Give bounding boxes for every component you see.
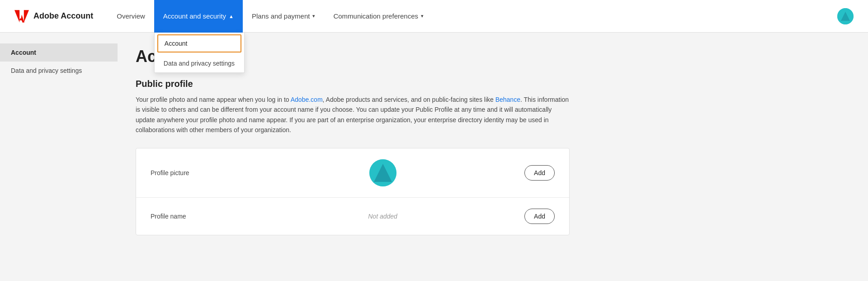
nav-communication-chevron: ▾ [421, 13, 424, 19]
behance-link[interactable]: Behance [495, 96, 520, 103]
section-desc-part1: Your profile photo and name appear when … [136, 96, 291, 103]
profile-picture-row: Profile picture Add [136, 148, 569, 198]
profile-picture-value [241, 159, 524, 186]
adobe-account-logo[interactable]: Adobe Account [14, 9, 93, 24]
top-nav: Adobe Account Overview Account and secur… [0, 0, 868, 33]
adobe-logo-icon [14, 9, 29, 24]
profile-name-add-button[interactable]: Add [524, 209, 555, 224]
nav-links: Overview Account and security ▲ Account … [108, 0, 837, 33]
sidebar-data-privacy-label: Data and privacy settings [11, 67, 82, 74]
nav-plans-payment-label: Plans and payment [252, 12, 310, 20]
avatar-icon [837, 8, 854, 24]
public-profile-section: Public profile Your profile photo and na… [136, 79, 850, 235]
profile-picture-add-button[interactable]: Add [524, 165, 555, 181]
dropdown-item-account[interactable]: Account [157, 34, 241, 52]
nav-communication-label: Communication preferences [333, 12, 418, 20]
profile-avatar [369, 159, 396, 186]
adobe-com-link[interactable]: Adobe.com [291, 96, 323, 103]
section-description: Your profile photo and name appear when … [136, 95, 570, 135]
sidebar-item-data-privacy[interactable]: Data and privacy settings [0, 62, 118, 80]
section-desc-part2: , Adobe products and services, and on pu… [323, 96, 495, 103]
nav-account-security-label: Account and security [163, 12, 226, 20]
user-avatar[interactable] [837, 8, 854, 24]
brand-name: Adobe Account [33, 11, 93, 21]
sidebar: Account Data and privacy settings [0, 33, 118, 281]
profile-name-placeholder: Not added [368, 213, 397, 220]
nav-plans-chevron: ▾ [312, 13, 315, 19]
profile-name-value: Not added [241, 213, 524, 220]
account-security-dropdown: Account Data and privacy settings [154, 33, 245, 73]
sidebar-item-account[interactable]: Account [0, 43, 118, 62]
profile-avatar-icon [369, 159, 396, 186]
nav-communication[interactable]: Communication preferences ▾ [324, 0, 433, 33]
nav-account-security[interactable]: Account and security ▲ Account Data and … [154, 0, 243, 33]
nav-overview-label: Overview [117, 12, 145, 20]
nav-account-security-chevron: ▲ [229, 14, 234, 19]
section-title: Public profile [136, 79, 850, 89]
dropdown-item-data-privacy[interactable]: Data and privacy settings [155, 54, 244, 72]
page-layout: Account Data and privacy settings Accoun… [0, 33, 868, 281]
nav-overview[interactable]: Overview [108, 0, 154, 33]
dropdown-account-label: Account [165, 40, 188, 47]
sidebar-account-label: Account [11, 49, 36, 56]
profile-name-row: Profile name Not added Add [136, 198, 569, 235]
profile-picture-label: Profile picture [151, 169, 241, 176]
nav-plans-payment[interactable]: Plans and payment ▾ [243, 0, 324, 33]
dropdown-data-privacy-label: Data and privacy settings [164, 60, 235, 67]
profile-card: Profile picture Add Profile name [136, 148, 570, 235]
profile-name-label: Profile name [151, 213, 241, 220]
